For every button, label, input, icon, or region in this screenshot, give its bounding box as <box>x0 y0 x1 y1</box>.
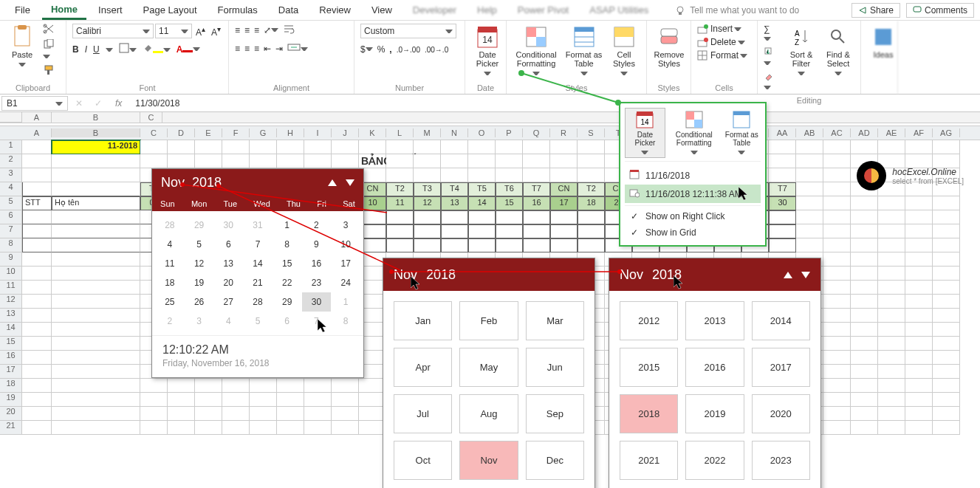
cell[interactable] <box>441 140 468 154</box>
cell[interactable] <box>168 140 195 154</box>
cell[interactable] <box>22 210 52 224</box>
cal-month-cell[interactable]: Sep <box>526 394 584 433</box>
cell[interactable] <box>878 379 905 393</box>
cell[interactable] <box>851 365 878 379</box>
cell[interactable] <box>851 238 878 252</box>
cell[interactable] <box>851 267 878 281</box>
cell[interactable] <box>332 140 359 154</box>
cell[interactable] <box>22 281 52 295</box>
cell[interactable]: T3 <box>414 182 441 196</box>
cell[interactable]: 30 <box>769 196 796 210</box>
cell[interactable] <box>414 238 441 252</box>
cell[interactable] <box>878 351 905 365</box>
cell[interactable] <box>851 281 878 295</box>
cell[interactable] <box>933 365 960 379</box>
tab-hidden3[interactable]: Power Pivot <box>509 1 578 18</box>
cell[interactable] <box>851 379 878 393</box>
cell[interactable] <box>22 224 52 238</box>
menu-insert-datetime[interactable]: 11/16/2018 12:11:38 AM <box>625 185 761 203</box>
cal-day[interactable]: 18 <box>155 273 185 292</box>
cal-month-cell[interactable]: Oct <box>394 441 452 480</box>
cell[interactable] <box>414 224 441 238</box>
cal-day[interactable]: 28 <box>243 292 273 312</box>
inc-decimal-button[interactable]: .0→.00 <box>397 46 420 54</box>
cell[interactable] <box>905 337 933 351</box>
tab-formulas[interactable]: Formulas <box>209 1 267 18</box>
col-header[interactable]: AE <box>878 128 905 137</box>
cell[interactable] <box>22 351 52 365</box>
cal-month-cell[interactable]: May <box>459 348 518 387</box>
cell[interactable]: T4 <box>441 182 468 196</box>
cell[interactable] <box>878 421 905 435</box>
cal-day[interactable]: 19 <box>185 273 214 292</box>
cell[interactable] <box>905 295 933 309</box>
cell[interactable] <box>823 337 851 351</box>
cell[interactable]: T5 <box>468 182 496 196</box>
row-header[interactable]: 20 <box>0 407 22 421</box>
align-top-button[interactable]: ≡ <box>235 25 240 35</box>
cell[interactable] <box>468 224 496 238</box>
cell[interactable] <box>796 196 823 210</box>
col-header[interactable]: A <box>22 112 52 123</box>
cell[interactable] <box>905 196 933 210</box>
col-header[interactable]: M <box>414 128 441 137</box>
cal-day[interactable]: 26 <box>185 292 214 312</box>
cal-day[interactable]: 11 <box>155 254 185 273</box>
cell[interactable] <box>851 309 878 323</box>
cal-day[interactable]: 20 <box>213 273 243 292</box>
cell[interactable] <box>22 182 52 196</box>
tab-file[interactable]: File <box>6 1 39 18</box>
align-right-button[interactable]: ≡ <box>254 44 259 54</box>
cell[interactable] <box>851 252 878 267</box>
conditional-formatting-button[interactable]: Conditional Formatting <box>513 24 560 78</box>
cell[interactable] <box>496 238 523 252</box>
cell[interactable] <box>140 154 168 168</box>
cal-day[interactable]: 6 <box>273 312 302 331</box>
cal-day[interactable]: 29 <box>185 216 214 235</box>
row-header[interactable]: 3 <box>0 168 22 182</box>
cal-day[interactable]: 5 <box>185 235 214 254</box>
cal3-next-button[interactable] <box>801 272 810 278</box>
italic-button[interactable]: I <box>85 44 87 55</box>
cell[interactable] <box>22 154 52 168</box>
cell[interactable] <box>578 140 605 154</box>
cell[interactable]: Họ tên <box>52 196 140 210</box>
cal-day[interactable]: 28 <box>155 216 185 235</box>
cell[interactable] <box>823 407 851 421</box>
cell[interactable] <box>851 351 878 365</box>
cell[interactable] <box>359 140 386 154</box>
cell[interactable] <box>878 407 905 421</box>
cal-year[interactable]: 2018 <box>192 175 222 190</box>
cell[interactable] <box>823 309 851 323</box>
cell[interactable] <box>905 351 933 365</box>
row-header[interactable]: 14 <box>0 323 22 337</box>
cell[interactable] <box>250 407 277 421</box>
cell[interactable] <box>414 154 441 168</box>
cell[interactable] <box>851 323 878 337</box>
cell[interactable] <box>878 252 905 267</box>
cell[interactable] <box>52 182 140 196</box>
fill-color-button[interactable] <box>143 43 171 55</box>
cell[interactable] <box>168 379 195 393</box>
popup-date-picker-button[interactable]: 14 Date Picker <box>625 108 665 158</box>
cal-month-cell[interactable]: Apr <box>394 348 452 387</box>
cell[interactable]: 17 <box>550 196 578 210</box>
cell[interactable] <box>823 267 851 281</box>
row-header[interactable]: 5 <box>0 196 22 210</box>
tab-data[interactable]: Data <box>270 1 307 18</box>
cell[interactable] <box>905 140 933 154</box>
cal-year-cell[interactable]: 2021 <box>620 441 678 480</box>
cell[interactable] <box>933 267 960 281</box>
cell[interactable] <box>52 337 140 351</box>
cell[interactable] <box>796 168 823 182</box>
cell[interactable] <box>22 379 52 393</box>
enter-formula-button[interactable]: ✓ <box>89 98 108 109</box>
clear-button[interactable] <box>764 72 776 93</box>
cell[interactable] <box>468 238 496 252</box>
tab-view[interactable]: View <box>363 1 401 18</box>
cell[interactable] <box>878 238 905 252</box>
tellme[interactable]: Tell me what you want to do <box>675 5 799 16</box>
underline-button[interactable]: U <box>93 44 100 55</box>
cell[interactable] <box>168 421 195 435</box>
cal-day[interactable]: 29 <box>273 292 302 312</box>
